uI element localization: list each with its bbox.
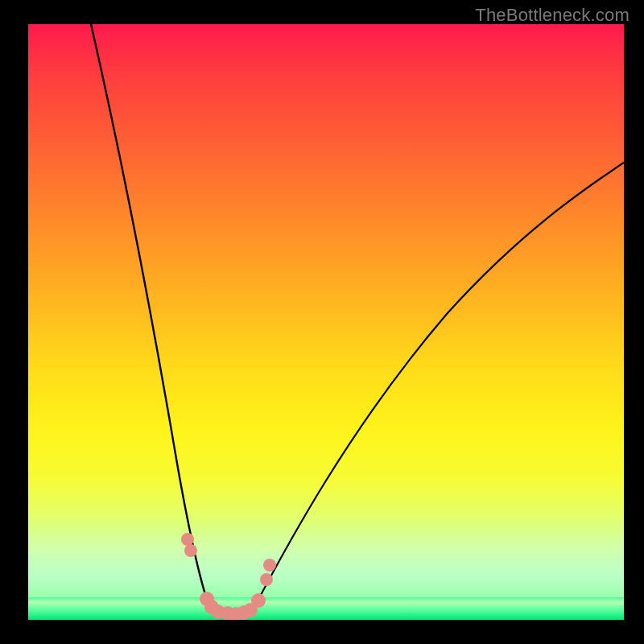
watermark-text: TheBottleneck.com [475, 5, 630, 26]
plot-area [28, 24, 624, 620]
chart-frame: TheBottleneck.com [0, 0, 644, 644]
curve-left [91, 24, 210, 609]
svg-point-0 [181, 533, 194, 546]
dot-cluster [181, 533, 276, 620]
curve-right [254, 163, 624, 609]
curve-layer [28, 24, 624, 620]
svg-point-11 [263, 559, 276, 572]
svg-point-1 [184, 544, 197, 557]
svg-point-10 [260, 573, 273, 586]
svg-point-9 [251, 593, 266, 608]
